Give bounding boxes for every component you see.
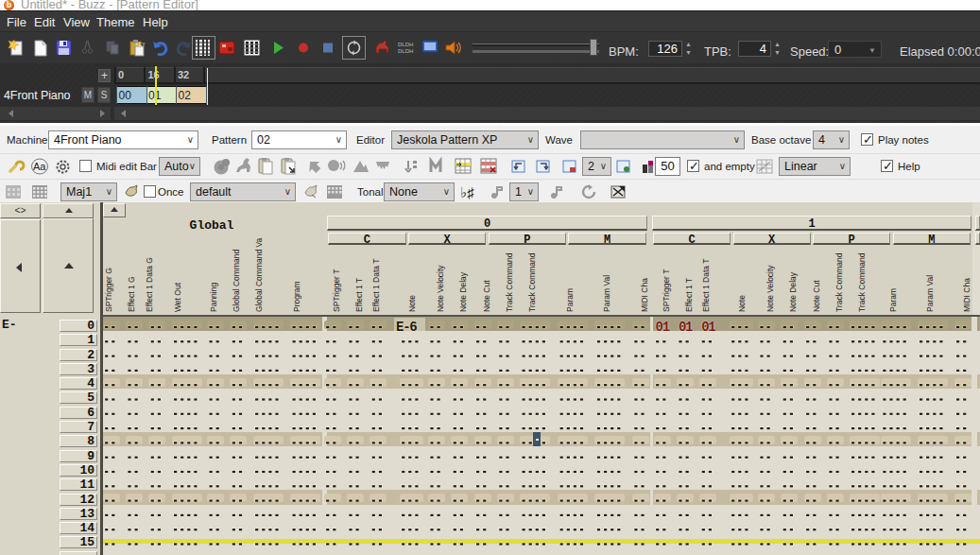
svg-text:Aa: Aa — [33, 161, 46, 172]
svg-text:DLDH: DLDH — [398, 42, 413, 47]
svg-text:KEY: KEY — [136, 42, 146, 47]
svg-text:DLDH: DLDH — [398, 48, 413, 54]
